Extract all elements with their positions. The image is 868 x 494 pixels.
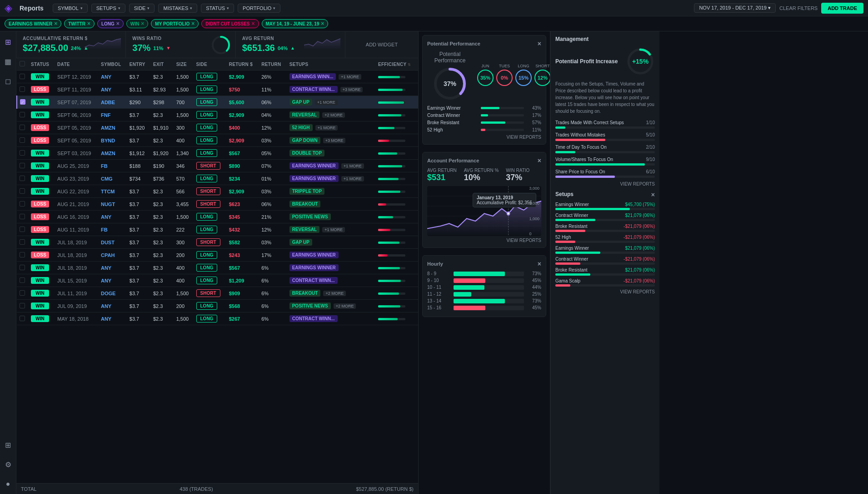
- table-row[interactable]: WIN AUG 22, 2019 TTCM $3.7 $2.3 566 SHOR…: [17, 185, 418, 198]
- trade-setup[interactable]: GAP DOWN +3 MORE: [287, 134, 375, 147]
- portfolio-filter-btn[interactable]: PORTFOLIO ▾: [238, 4, 280, 13]
- trade-setup[interactable]: EARNINGS WINNER +1 MORE: [287, 160, 375, 172]
- setups-filter-btn[interactable]: SETUPS ▾: [91, 4, 125, 13]
- table-row[interactable]: WIN AUG 23, 2019 CMG $734 $736 570 LONG …: [17, 172, 418, 185]
- table-row[interactable]: WIN JUL 18, 2019 DUST $3.7 $2.3 300 SHOR…: [17, 236, 418, 249]
- filter-earnings-winner[interactable]: EARNINGS WINNER ×: [5, 19, 61, 28]
- hourly-close[interactable]: ×: [538, 260, 541, 267]
- setups-view-reports[interactable]: VIEW REPORTS: [555, 289, 655, 294]
- trade-setup[interactable]: EARNINGS WINNER +1 MORE: [287, 172, 375, 185]
- filter-long[interactable]: LONG ×: [97, 19, 124, 28]
- trade-symbol[interactable]: BYND: [98, 134, 127, 147]
- trade-setup[interactable]: REVERSAL +1 MORE: [287, 223, 375, 236]
- table-row[interactable]: WIN JUL 18, 2019 ANY $3.7 $2.3 400 LONG …: [17, 262, 418, 274]
- trade-symbol[interactable]: ANY: [98, 83, 127, 96]
- more-badge[interactable]: +1 MORE: [315, 100, 338, 105]
- trade-symbol[interactable]: FB: [98, 160, 127, 172]
- trade-symbol[interactable]: CPAH: [98, 249, 127, 262]
- more-badge[interactable]: +1 MORE: [315, 125, 338, 131]
- trade-setup[interactable]: GAP UP +1 MORE: [287, 96, 375, 109]
- symbol-filter-btn[interactable]: SYMBOL ▾: [53, 4, 88, 13]
- trade-symbol[interactable]: DOGE: [98, 287, 127, 300]
- trades-table-container[interactable]: STATUS DATE SYMBOL ENTRY EXIT SIZE SIDE …: [16, 58, 418, 483]
- status-filter-btn[interactable]: STATUS ▾: [201, 4, 234, 13]
- row-checkbox[interactable]: [20, 214, 25, 219]
- table-row[interactable]: LOSS AUG 16, 2019 ANY $3.7 $2.3 1,500 LO…: [17, 211, 418, 223]
- more-badge[interactable]: +3 MORE: [340, 87, 363, 92]
- row-checkbox[interactable]: [20, 163, 25, 168]
- trade-setup[interactable]: 52 HIGH +1 MORE: [287, 121, 375, 134]
- trade-symbol[interactable]: NUGT: [98, 198, 127, 211]
- filter-didnt-cut-losses[interactable]: DIDNT CUT LOSSES ×: [201, 19, 259, 28]
- trade-symbol[interactable]: ANY: [98, 313, 127, 325]
- table-row[interactable]: WIN MAY 18, 2018 ANY $3.7 $2.3 1,500 LON…: [17, 313, 418, 325]
- trade-symbol[interactable]: ADBE: [98, 96, 127, 109]
- trade-symbol[interactable]: AMZN: [98, 147, 127, 160]
- trade-setup[interactable]: BREAKOUT +2 MORE: [287, 287, 375, 300]
- row-checkbox[interactable]: [20, 252, 25, 257]
- trade-setup[interactable]: DOUBLE TOP: [287, 147, 375, 160]
- table-row[interactable]: LOSS SEPT 11, 2019 ANY $3.11 $2.93 1,500…: [17, 83, 418, 96]
- table-row[interactable]: LOSS AUG 11, 2019 FB $3.7 $2.3 222 LONG …: [17, 223, 418, 236]
- trade-setup[interactable]: CONTRACT WINN...: [287, 274, 375, 287]
- sidebar-grid-icon[interactable]: ⊞: [3, 439, 13, 451]
- sidebar-message-icon[interactable]: ◻: [3, 75, 13, 87]
- trade-symbol[interactable]: ANY: [98, 262, 127, 274]
- filter-my-portfolio[interactable]: MY PORTFOLIO ×: [151, 19, 199, 28]
- table-row[interactable]: LOSS JUL 18, 2019 CPAH $3.7 $2.3 200 LON…: [17, 249, 418, 262]
- perf-view-reports[interactable]: VIEW REPORTS: [427, 135, 541, 140]
- sidebar-dashboard-icon[interactable]: ⊞: [3, 36, 13, 48]
- more-badge[interactable]: +1 MORE: [339, 74, 361, 80]
- trade-setup[interactable]: GAP UP: [287, 236, 375, 249]
- table-row[interactable]: WIN JUL 11, 2019 DOGE $3.7 $2.3 1,500 SH…: [17, 287, 418, 300]
- add-widget-button[interactable]: ADD WIDGET: [366, 42, 398, 47]
- trade-symbol[interactable]: CMG: [98, 172, 127, 185]
- row-checkbox[interactable]: [20, 277, 25, 283]
- row-checkbox[interactable]: [20, 316, 25, 321]
- trade-symbol[interactable]: ANY: [98, 300, 127, 313]
- row-checkbox[interactable]: [20, 176, 25, 181]
- trade-symbol[interactable]: ANY: [98, 274, 127, 287]
- row-checkbox[interactable]: [20, 188, 25, 194]
- account-performance-close[interactable]: ×: [538, 157, 541, 164]
- add-trade-button[interactable]: ADD TRADE: [821, 3, 863, 14]
- row-checkbox[interactable]: [20, 150, 25, 156]
- trade-setup[interactable]: BREAKOUT: [287, 198, 375, 211]
- add-widget-area[interactable]: ADD WIDGET: [345, 31, 418, 58]
- trade-setup[interactable]: EARNINGS WINN... +1 MORE: [287, 71, 375, 83]
- row-checkbox[interactable]: [20, 303, 25, 308]
- row-checkbox[interactable]: [20, 201, 25, 207]
- col-efficiency[interactable]: EFFICIENCY ⇅: [375, 58, 418, 71]
- filter-win[interactable]: WIN ×: [126, 19, 148, 28]
- trade-symbol[interactable]: TTCM: [98, 185, 127, 198]
- trade-setup[interactable]: TRIPPLE TOP: [287, 185, 375, 198]
- row-checkbox[interactable]: [20, 265, 25, 270]
- trade-symbol[interactable]: ANY: [98, 211, 127, 223]
- mistakes-filter-btn[interactable]: MISTAKES ▾: [158, 4, 197, 13]
- clear-filters-btn[interactable]: CLEAR FILTERS: [779, 5, 818, 11]
- trade-setup[interactable]: EARNINGS WINNER: [287, 249, 375, 262]
- sidebar-settings-icon[interactable]: ⚙: [3, 459, 13, 471]
- more-badge[interactable]: +1 MORE: [322, 227, 345, 232]
- trade-setup[interactable]: POSITIVE NEWS +2 MORE: [287, 300, 375, 313]
- table-row[interactable]: LOSS AUG 21, 2019 NUGT $3.7 $2.3 3,455 S…: [17, 198, 418, 211]
- table-row[interactable]: WIN AUG 25, 2019 FB $188 $190 346 SHORT …: [17, 160, 418, 172]
- row-checkbox[interactable]: ✓: [20, 99, 25, 105]
- trade-symbol[interactable]: AMZN: [98, 121, 127, 134]
- more-badge[interactable]: +1 MORE: [341, 176, 364, 181]
- table-row[interactable]: LOSS SEPT 05, 2019 BYND $3.7 $2.3 400 LO…: [17, 134, 418, 147]
- table-row[interactable]: WIN JUL 09, 2019 ANY $3.7 $2.3 200 LONG …: [17, 300, 418, 313]
- filter-date-range[interactable]: MAY 14, 19 - JUNE 23, 19 ×: [262, 19, 329, 28]
- trade-setup[interactable]: REVERSAL +2 MORE: [287, 109, 375, 121]
- trade-symbol[interactable]: FB: [98, 223, 127, 236]
- more-badge[interactable]: +1 MORE: [341, 163, 364, 169]
- row-checkbox[interactable]: [20, 86, 25, 92]
- trade-setup[interactable]: CONTRACT WINN...: [287, 313, 375, 325]
- row-checkbox[interactable]: [20, 227, 25, 232]
- sidebar-chart-icon[interactable]: ▦: [3, 55, 13, 68]
- side-filter-btn[interactable]: SIDE ▾: [129, 4, 155, 13]
- filter-twittr[interactable]: TWITTR ×: [64, 19, 95, 28]
- more-badge[interactable]: +2 MORE: [322, 112, 345, 118]
- table-row[interactable]: WIN SEPT 12, 2019 ANY $3.7 $2.3 1,500 LO…: [17, 71, 418, 83]
- mgmt-view-reports[interactable]: VIEW REPORTS: [555, 181, 655, 187]
